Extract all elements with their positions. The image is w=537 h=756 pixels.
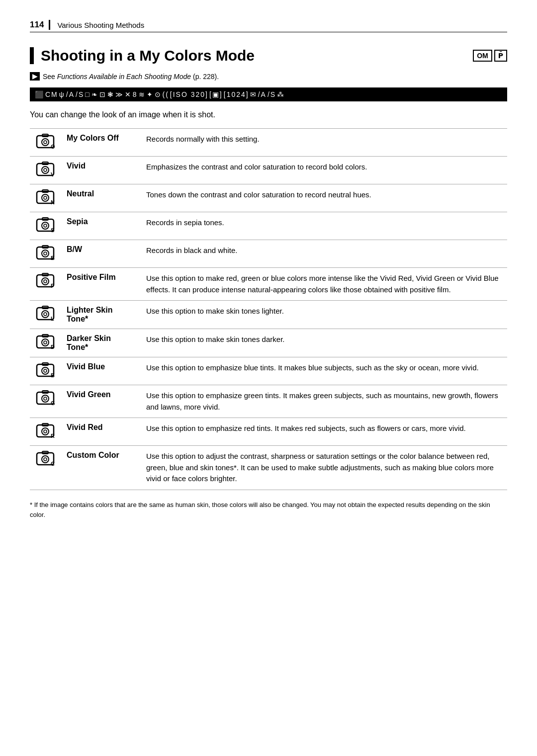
row-icon-0: OFF <box>30 129 61 157</box>
mode-icon-a2: /A <box>258 90 267 98</box>
mode-icon-d4: ≫ <box>115 90 124 98</box>
table-row: OFF My Colors OffRecords normally with t… <box>30 129 507 157</box>
mode-icon-wave: ≋ <box>139 90 146 98</box>
footnote: * If the image contains colors that are … <box>30 500 507 521</box>
svg-text:D: D <box>51 344 55 350</box>
row-icon-11: C <box>30 446 61 490</box>
mode-icon-wave2: (( <box>163 90 169 98</box>
svg-point-42 <box>42 367 49 374</box>
mode-icon-camera: ⬛ <box>35 90 44 98</box>
page-subtitle: Various Shooting Methods <box>57 21 144 29</box>
see-also: ▶ See Functions Available in Each Shooti… <box>30 72 507 81</box>
row-desc-3: Records in sepia tones. <box>140 212 507 240</box>
row-icon-8: B <box>30 357 61 385</box>
svg-point-47 <box>42 395 49 402</box>
svg-point-37 <box>42 339 49 346</box>
mode-icon-circle: ⊙ <box>155 90 162 98</box>
row-icon-10: R <box>30 418 61 446</box>
row-name-0: My Colors Off <box>61 129 140 157</box>
table-row: V VividEmphasizes the contrast and color… <box>30 157 507 184</box>
p-icon-box: P̄ <box>494 50 507 62</box>
table-row: P Positive FilmUse this option to make r… <box>30 268 507 301</box>
svg-point-13 <box>44 196 47 199</box>
mode-icon-last: ⁂ <box>277 90 285 98</box>
row-icon-1: V <box>30 157 61 184</box>
mode-icon-1024: [1024] <box>224 90 249 98</box>
mode-icon-s2: /S <box>268 90 276 98</box>
row-name-8: Vivid Blue <box>61 357 140 385</box>
svg-point-8 <box>44 168 47 171</box>
svg-point-58 <box>44 458 47 461</box>
svg-text:V: V <box>51 171 55 177</box>
row-icon-4: BW <box>30 240 61 268</box>
row-desc-0: Records normally with this setting. <box>140 129 507 157</box>
table-row: BW B/WRecords in black and white. <box>30 240 507 268</box>
om-icon-box: OM <box>473 50 492 62</box>
mode-icon-psi: ψ <box>59 90 65 98</box>
row-icon-3: Se <box>30 212 61 240</box>
row-icon-9: G <box>30 385 61 418</box>
svg-point-17 <box>42 222 49 229</box>
svg-text:BW: BW <box>51 255 55 261</box>
table-row: R Vivid RedUse this option to emphasize … <box>30 418 507 446</box>
svg-point-22 <box>42 250 49 257</box>
svg-point-3 <box>44 141 47 144</box>
svg-point-48 <box>44 397 47 400</box>
table-row: G Vivid GreenUse this option to emphasiz… <box>30 385 507 418</box>
see-also-text: See Functions Available in Each Shooting… <box>43 73 219 81</box>
svg-point-7 <box>42 167 49 173</box>
row-desc-7: Use this option to make skin tones darke… <box>140 329 507 357</box>
mode-icon-mail: ✉ <box>250 90 257 98</box>
svg-text:C: C <box>51 461 55 467</box>
svg-point-33 <box>44 313 47 316</box>
mode-icon-x: ✕ <box>125 90 132 98</box>
svg-point-27 <box>42 278 49 285</box>
mode-icon-d1: ❧ <box>91 90 98 98</box>
row-name-10: Vivid Red <box>61 418 140 446</box>
row-name-9: Vivid Green <box>61 385 140 418</box>
mode-icon-iso: [ISO 320] <box>170 90 208 98</box>
svg-point-38 <box>44 341 47 344</box>
row-desc-5: Use this option to make red, green or bl… <box>140 268 507 301</box>
svg-text:G: G <box>51 400 55 406</box>
table-row: B Vivid BlueUse this option to emphasize… <box>30 357 507 385</box>
row-desc-6: Use this option to make skin tones light… <box>140 301 507 329</box>
svg-text:B: B <box>51 372 55 378</box>
mode-icon-a1: /A <box>66 90 75 98</box>
table-row: N NeutralTones down the contrast and col… <box>30 184 507 212</box>
svg-point-2 <box>42 139 49 146</box>
row-name-11: Custom Color <box>61 446 140 490</box>
svg-text:OFF: OFF <box>51 144 55 150</box>
svg-point-28 <box>44 280 47 283</box>
mode-icon-cm: CM <box>45 90 58 98</box>
svg-text:P: P <box>51 283 54 289</box>
section-title-row: Shooting in a My Colors Mode OM P̄ <box>30 47 507 64</box>
table-row: D Darker Skin Tone*Use this option to ma… <box>30 329 507 357</box>
table-row: L Lighter Skin Tone*Use this option to m… <box>30 301 507 329</box>
row-icon-7: D <box>30 329 61 357</box>
row-name-7: Darker Skin Tone* <box>61 329 140 357</box>
see-also-arrow: ▶ <box>30 72 40 81</box>
table-row: C Custom ColorUse this option to adjust … <box>30 446 507 490</box>
svg-point-23 <box>44 252 47 255</box>
row-desc-9: Use this option to emphasize green tints… <box>140 385 507 418</box>
row-icon-6: L <box>30 301 61 329</box>
title-icons: OM P̄ <box>473 50 507 62</box>
svg-point-43 <box>44 369 47 372</box>
row-desc-10: Use this option to emphasize red tints. … <box>140 418 507 446</box>
row-name-6: Lighter Skin Tone* <box>61 301 140 329</box>
row-desc-4: Records in black and white. <box>140 240 507 268</box>
color-modes-table: OFF My Colors OffRecords normally with t… <box>30 128 507 490</box>
svg-point-18 <box>44 224 47 227</box>
row-desc-1: Emphasizes the contrast and color satura… <box>140 157 507 184</box>
svg-text:Se: Se <box>51 227 55 233</box>
row-name-3: Sepia <box>61 212 140 240</box>
mode-icon-box2: [▣] <box>209 90 223 98</box>
mode-icons-bar: ⬛ CM ψ /A /S □ ❧ ⊡ ❃ ≫ ✕ 8 ≋ ✦ ⊙ (( [ISO… <box>30 87 507 101</box>
mode-icon-d2: ⊡ <box>99 90 106 98</box>
page-number: 114 <box>30 20 50 30</box>
svg-text:N: N <box>51 199 55 205</box>
mode-icon-d3: ❃ <box>107 90 114 98</box>
svg-text:L: L <box>51 316 54 322</box>
row-name-5: Positive Film <box>61 268 140 301</box>
